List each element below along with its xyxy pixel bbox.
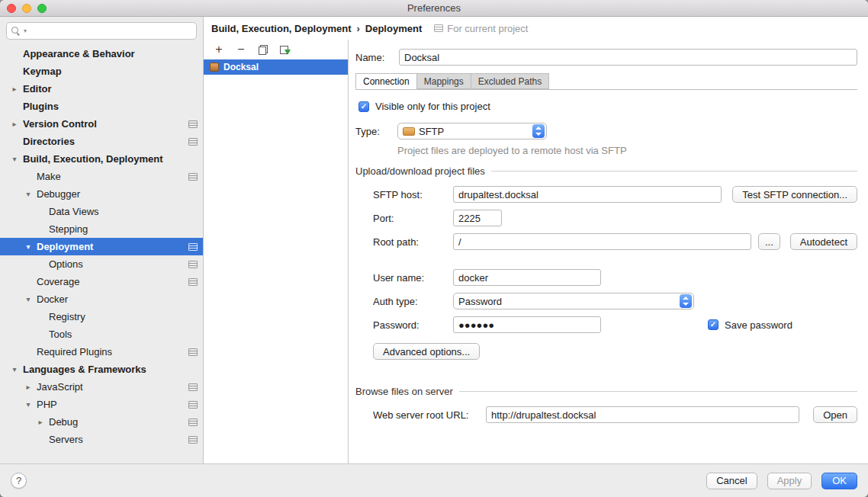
auth-type-label: Auth type: (373, 296, 453, 307)
project-scope-icon (434, 24, 443, 32)
save-password-label: Save password (725, 319, 792, 331)
test-sftp-connection-button[interactable]: Test SFTP connection... (732, 186, 857, 203)
password-label: Password: (373, 319, 453, 331)
cancel-button[interactable]: Cancel (706, 473, 757, 489)
sidebar-item-stepping[interactable]: Stepping (0, 220, 203, 238)
chevron-right-icon[interactable]: ▸ (10, 85, 19, 93)
autodetect-button[interactable]: Autodetect (790, 233, 857, 250)
sidebar-item-registry[interactable]: Registry (0, 308, 203, 325)
ok-button[interactable]: OK (821, 473, 857, 489)
visible-only-label: Visible only for this project (375, 101, 490, 112)
sidebar-item-servers[interactable]: Servers (0, 431, 203, 448)
browse-section-header: Browse files on server (355, 386, 857, 397)
breadcrumb: Build, Execution, Deployment › Deploymen… (204, 17, 868, 40)
tab-excluded-paths[interactable]: Excluded Paths (471, 73, 549, 89)
auth-type-select[interactable]: Password (453, 293, 694, 309)
search-box[interactable]: ▾ (6, 22, 197, 40)
server-list-toolbar: + − (204, 40, 348, 59)
chevron-down-icon[interactable]: ▾ (24, 243, 33, 251)
type-label: Type: (355, 126, 397, 137)
combo-stepper-icon (532, 124, 545, 138)
project-settings-icon (188, 278, 198, 286)
sidebar-item-editor[interactable]: ▸ Editor (0, 80, 203, 98)
advanced-options-button[interactable]: Advanced options... (373, 343, 480, 360)
save-password-checkbox[interactable]: ✓ (708, 319, 719, 330)
sidebar-item-javascript[interactable]: ▸ JavaScript (0, 378, 203, 396)
add-server-icon[interactable]: + (213, 43, 225, 56)
breadcrumb-separator-icon: › (356, 23, 359, 34)
sidebar-item-keymap[interactable]: Keymap (0, 63, 203, 80)
window-title: Preferences (0, 2, 868, 14)
check-icon: ✓ (361, 103, 367, 111)
chevron-down-icon[interactable]: ▾ (10, 156, 19, 163)
sidebar-item-php-debug[interactable]: ▸ Debug (0, 413, 203, 431)
help-button[interactable]: ? (11, 473, 27, 489)
chevron-down-icon[interactable]: ▾ (24, 191, 33, 198)
port-label: Port: (373, 213, 453, 224)
copy-server-icon[interactable] (257, 43, 269, 56)
user-name-input[interactable] (453, 269, 601, 286)
sidebar-item-coverage[interactable]: Coverage (0, 273, 203, 290)
server-list: Docksal (204, 59, 348, 463)
tab-bar: Connection Mappings Excluded Paths (355, 73, 857, 90)
sidebar-item-directories[interactable]: Directories (0, 133, 203, 150)
sftp-host-input[interactable] (453, 186, 722, 203)
tab-connection[interactable]: Connection (355, 73, 417, 89)
tab-mappings[interactable]: Mappings (416, 73, 471, 89)
port-input[interactable] (453, 210, 502, 226)
server-icon (210, 63, 219, 72)
chevron-right-icon[interactable]: ▸ (10, 120, 19, 128)
type-select[interactable]: SFTP (397, 123, 547, 139)
combo-stepper-icon (680, 294, 692, 308)
sidebar-item-make[interactable]: Make (0, 168, 203, 185)
sidebar-item-required-plugins[interactable]: Required Plugins (0, 343, 203, 361)
sidebar-item-plugins[interactable]: Plugins (0, 98, 203, 115)
web-root-input[interactable] (486, 406, 799, 423)
sidebar-item-docker[interactable]: ▾ Docker (0, 290, 203, 308)
sidebar-item-appearance-behavior[interactable]: Appearance & Behavior (0, 45, 203, 63)
name-input[interactable] (399, 49, 857, 66)
zoom-button[interactable] (37, 4, 47, 13)
sidebar-item-build-execution-deployment[interactable]: ▾ Build, Execution, Deployment (0, 150, 203, 168)
list-item-docksal[interactable]: Docksal (204, 59, 348, 75)
breadcrumb-section[interactable]: Build, Execution, Deployment (211, 23, 351, 34)
chevron-down-icon[interactable]: ▾ (24, 401, 33, 409)
project-settings-icon (188, 436, 198, 444)
upload-section-header: Upload/download project files (355, 165, 857, 177)
sidebar-item-languages-frameworks[interactable]: ▾ Languages & Frameworks (0, 361, 203, 378)
chevron-right-icon[interactable]: ▸ (24, 383, 33, 391)
sftp-protocol-icon (403, 127, 415, 136)
search-input[interactable] (30, 26, 191, 37)
sidebar-item-tools[interactable]: Tools (0, 325, 203, 343)
sidebar-item-debugger[interactable]: ▾ Debugger (0, 185, 203, 203)
section-divider (459, 391, 857, 392)
remove-server-icon[interactable]: − (235, 43, 247, 56)
sidebar-item-options[interactable]: Options (0, 255, 203, 273)
chevron-down-icon[interactable]: ▾ (24, 296, 33, 303)
project-settings-icon (188, 173, 198, 181)
browse-root-path-button[interactable]: ... (758, 233, 780, 250)
open-button[interactable]: Open (813, 406, 857, 423)
minimize-button[interactable] (22, 4, 31, 13)
close-button[interactable] (7, 4, 16, 13)
password-input[interactable] (453, 316, 601, 333)
check-icon: ✓ (710, 321, 716, 329)
root-path-input[interactable] (453, 233, 751, 250)
search-options-caret-icon[interactable]: ▾ (24, 27, 27, 34)
dialog-footer: ? Cancel Apply OK (0, 463, 868, 497)
chevron-right-icon[interactable]: ▸ (36, 418, 45, 426)
connection-tab-content: ✓ Visible only for this project Type: SF… (355, 101, 857, 423)
project-settings-icon (188, 348, 198, 356)
project-settings-icon (188, 261, 198, 268)
visible-only-checkbox[interactable]: ✓ (358, 101, 369, 112)
apply-button[interactable]: Apply (767, 473, 812, 489)
settings-tree: Appearance & Behavior Keymap ▸ Editor Pl… (0, 43, 203, 463)
sidebar-item-deployment[interactable]: ▾ Deployment (0, 238, 203, 255)
project-settings-icon (188, 138, 198, 146)
import-server-icon[interactable] (279, 43, 291, 56)
chevron-down-icon[interactable]: ▾ (10, 366, 19, 374)
sidebar-item-data-views[interactable]: Data Views (0, 203, 203, 220)
sidebar-item-php[interactable]: ▾ PHP (0, 396, 203, 413)
section-divider (491, 171, 857, 172)
sidebar-item-version-control[interactable]: ▸ Version Control (0, 115, 203, 133)
